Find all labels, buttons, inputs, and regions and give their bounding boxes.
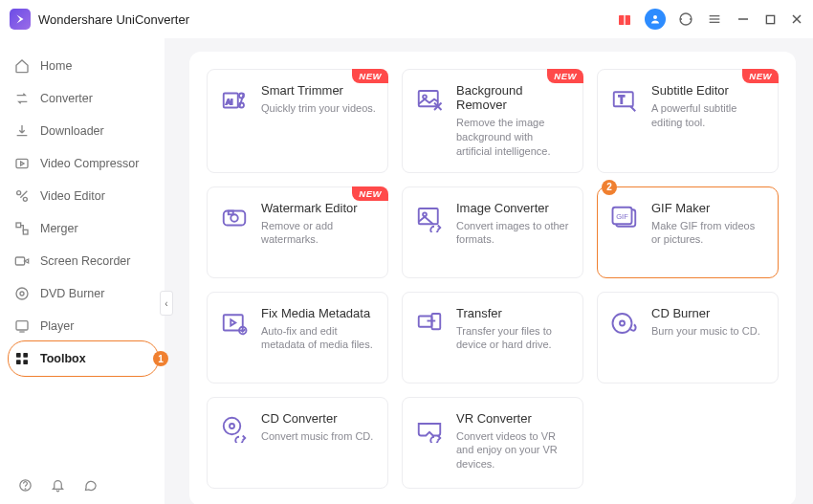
svg-point-14 — [17, 191, 21, 195]
card-fix-metadata[interactable]: Fix Media Metadata Auto-fix and edit met… — [207, 292, 388, 383]
bell-icon[interactable] — [50, 477, 65, 493]
card-title: Subtitle Editor — [651, 83, 766, 98]
card-desc: A powerful subtitle editing tool. — [651, 101, 766, 130]
sidebar-item-player[interactable]: Player — [0, 310, 165, 342]
card-step-badge: 2 — [602, 180, 617, 195]
merger-icon — [13, 220, 31, 237]
card-vr-converter[interactable]: VR Converter Convert videos to VR and en… — [402, 397, 583, 489]
sidebar-item-label: Downloader — [40, 124, 104, 138]
home-icon — [13, 57, 31, 75]
sidebar-item-label: Video Compressor — [40, 157, 139, 170]
help-icon[interactable] — [17, 477, 33, 493]
new-badge: NEW — [352, 186, 388, 201]
card-title: CD Converter — [261, 411, 373, 426]
svg-point-55 — [620, 320, 625, 325]
sidebar-item-converter[interactable]: Converter — [0, 82, 165, 115]
sidebar-item-label: Player — [40, 319, 74, 333]
gift-icon[interactable] — [616, 11, 633, 28]
card-desc: Transfer your files to device or hard dr… — [456, 324, 571, 353]
svg-rect-18 — [23, 230, 28, 234]
svg-rect-26 — [16, 360, 21, 364]
smart-trimmer-icon: AI — [219, 85, 250, 116]
card-desc: Convert music from CD. — [261, 429, 373, 444]
card-watermark-editor[interactable]: NEW Watermark Editor Remove or add water… — [207, 186, 388, 278]
card-title: Background Remover — [456, 83, 571, 112]
sidebar-bottom — [0, 466, 165, 504]
card-transfer[interactable]: Transfer Transfer your files to device o… — [402, 292, 583, 383]
sidebar-item-dvd[interactable]: DVD Burner — [0, 277, 165, 310]
svg-point-3 — [653, 15, 657, 19]
svg-point-15 — [23, 197, 27, 201]
card-desc: Make GIF from videos or pictures. — [651, 219, 766, 248]
card-desc: Auto-fix and edit metadata of media file… — [261, 324, 376, 353]
subtitle-editor-icon: T — [609, 85, 640, 116]
new-badge: NEW — [547, 69, 583, 83]
dvd-icon — [13, 285, 31, 302]
support-icon[interactable] — [677, 11, 694, 28]
svg-line-16 — [20, 191, 27, 198]
new-badge: NEW — [352, 69, 388, 83]
titlebar: Wondershare UniConverter — [0, 0, 813, 38]
sidebar-item-downloader[interactable]: Downloader — [0, 115, 165, 147]
card-background-remover[interactable]: NEW Background Remover Remove the image … — [402, 69, 583, 173]
card-desc: Convert images to other formats. — [456, 219, 571, 248]
background-remover-icon — [414, 85, 445, 116]
svg-rect-9 — [766, 15, 774, 23]
svg-text:AI: AI — [226, 98, 232, 106]
vr-converter-icon — [414, 413, 445, 444]
gif-maker-icon: GIF — [609, 203, 640, 233]
svg-rect-43 — [229, 210, 233, 214]
feedback-icon[interactable] — [82, 477, 98, 493]
sidebar-collapse-button[interactable]: ‹ — [160, 291, 173, 316]
card-title: Transfer — [456, 306, 571, 320]
svg-point-57 — [230, 424, 234, 428]
sidebar-item-label: DVD Burner — [40, 287, 104, 300]
downloader-icon — [13, 122, 31, 140]
card-cd-burner[interactable]: CD Burner Burn your music to CD. — [597, 292, 779, 383]
sidebar-item-label: Video Editor — [40, 189, 105, 203]
svg-rect-12 — [16, 159, 28, 167]
sidebar-item-editor[interactable]: Video Editor — [0, 180, 165, 212]
card-smart-trimmer[interactable]: NEW AI Smart Trimmer Quickly trim your v… — [207, 69, 388, 173]
sidebar-item-recorder[interactable]: Screen Recorder — [0, 245, 165, 277]
card-desc: Convert videos to VR and enjoy on your V… — [456, 429, 571, 472]
sidebar-item-merger[interactable]: Merger — [0, 212, 165, 245]
card-title: Image Converter — [456, 201, 571, 215]
app-title: Wondershare UniConverter — [38, 12, 189, 27]
svg-point-54 — [613, 314, 632, 333]
card-gif-maker[interactable]: 2 GIF GIF Maker Make GIF from videos or … — [597, 186, 779, 278]
svg-rect-25 — [23, 353, 28, 358]
sidebar-item-toolbox[interactable]: Toolbox 1 — [0, 342, 165, 375]
cd-burner-icon — [609, 308, 640, 339]
user-avatar-icon[interactable] — [645, 9, 666, 30]
svg-text:T: T — [619, 95, 625, 105]
sidebar-item-home[interactable]: Home — [0, 50, 165, 82]
sidebar-item-label: Converter — [40, 92, 93, 105]
card-title: Smart Trimmer — [261, 83, 376, 98]
minimize-button[interactable] — [736, 12, 750, 26]
transfer-icon — [414, 308, 445, 339]
window-controls — [736, 12, 803, 26]
sidebar: Home Converter Downloader Video Compress… — [0, 38, 165, 504]
image-converter-icon — [414, 203, 445, 233]
svg-rect-24 — [16, 353, 21, 358]
titlebar-actions — [616, 9, 723, 30]
card-cd-converter[interactable]: CD Converter Convert music from CD. — [207, 397, 388, 489]
sidebar-item-compressor[interactable]: Video Compressor — [0, 147, 165, 180]
new-badge: NEW — [742, 69, 779, 83]
converter-icon — [13, 90, 31, 107]
card-desc: Remove the image background with artific… — [456, 116, 571, 159]
svg-point-56 — [224, 417, 241, 434]
metadata-icon — [219, 308, 250, 339]
svg-text:GIF: GIF — [616, 212, 628, 221]
card-desc: Quickly trim your videos. — [261, 101, 376, 116]
svg-rect-27 — [23, 360, 28, 364]
maximize-button[interactable] — [763, 12, 777, 26]
sidebar-badge: 1 — [153, 351, 168, 366]
menu-icon[interactable] — [706, 11, 723, 28]
card-image-converter[interactable]: Image Converter Convert images to other … — [402, 186, 583, 278]
close-button[interactable] — [790, 12, 803, 26]
card-title: CD Burner — [651, 306, 760, 320]
card-title: VR Converter — [456, 411, 571, 426]
card-subtitle-editor[interactable]: NEW T Subtitle Editor A powerful subtitl… — [597, 69, 779, 173]
